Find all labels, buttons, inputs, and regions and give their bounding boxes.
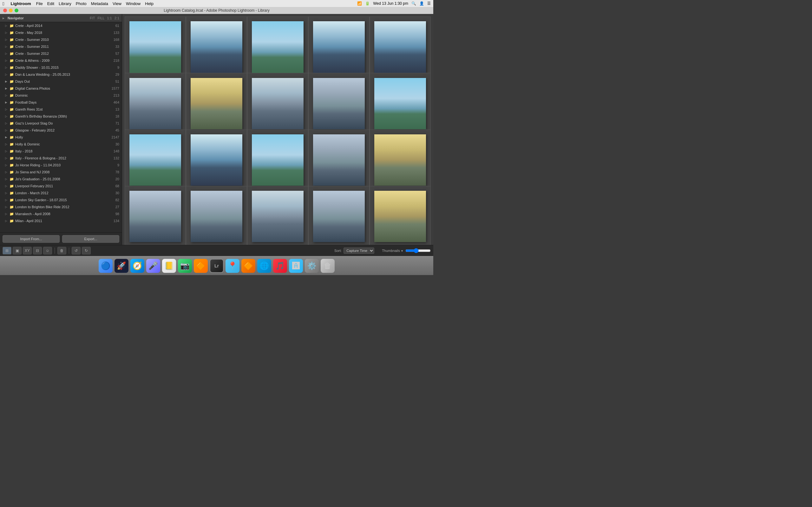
photo-cell[interactable]: 7463: [247, 130, 308, 191]
menu-view[interactable]: View: [113, 1, 121, 6]
dock-preferences[interactable]: ⚙️: [305, 259, 319, 273]
menu-help[interactable]: Help: [145, 1, 154, 6]
photo-cell[interactable]: 7464: [308, 130, 369, 191]
folder-item[interactable]: ▷ 📁 Jo Siena and NJ 2008 78: [0, 169, 122, 176]
folder-item[interactable]: ▷ 📁 London to Brighton Bike Ride 2012 27: [0, 204, 122, 210]
dock-facetime[interactable]: 📷: [178, 259, 192, 273]
folder-item[interactable]: ▷ 📁 Gaz's Liverpool Stag Do 71: [0, 120, 122, 127]
folder-item[interactable]: ▷ 📁 Crete - April 2014 61: [0, 22, 122, 29]
dock-maps[interactable]: 📍: [225, 259, 240, 273]
close-button[interactable]: [3, 9, 7, 12]
photo-cell[interactable]: 7452: [186, 16, 247, 78]
dock-safari[interactable]: 🧭: [131, 259, 144, 273]
folder-item[interactable]: ▷ 📁 Gareth Rees 31st 13: [0, 106, 122, 113]
folder-item[interactable]: ▷ 📁 Crete - Summer 2011 33: [0, 43, 122, 50]
navigator-collapse-icon[interactable]: ▶: [3, 17, 5, 19]
folder-item[interactable]: ▷ 📁 Italy - Florence & Bologna - 2012 13…: [0, 155, 122, 162]
photo-cell[interactable]: 7469: [308, 186, 369, 245]
photo-cell[interactable]: 7458: [247, 73, 308, 134]
folder-item[interactable]: ▷ 📁 Jo Horse Riding - 11.04.2010 9: [0, 162, 122, 169]
folder-item[interactable]: ▷ 📁 Crete - Summer 2012 57: [0, 50, 122, 57]
view-loupe-button[interactable]: ▣: [13, 247, 21, 255]
view-people-button[interactable]: ☺: [43, 247, 52, 255]
folder-item[interactable]: ▷ 📁 Dan & Laura Wedding - 25.05.2013 29: [0, 71, 122, 78]
zoom-fill[interactable]: FILL: [97, 16, 104, 20]
menu-edit[interactable]: Edit: [47, 1, 54, 6]
dock-siri[interactable]: 🎤: [146, 259, 160, 273]
folder-item[interactable]: ▶ 📁 Football Days 464: [0, 99, 122, 106]
menu-metadata[interactable]: Metadata: [91, 1, 108, 6]
photo-cell[interactable]: 7456: [125, 73, 186, 134]
view-grid-button[interactable]: ⊞: [3, 247, 11, 255]
dock-finder[interactable]: 🔵: [99, 259, 113, 273]
photo-cell[interactable]: 7470: [369, 186, 431, 245]
grid-icon[interactable]: ☰: [427, 1, 431, 6]
maximize-button[interactable]: [14, 9, 18, 12]
folder-item[interactable]: ▷ 📁 Milan - April 2011 134: [0, 217, 122, 224]
folder-item[interactable]: ▷ 📁 Crete - May 2018 133: [0, 29, 122, 36]
folder-item[interactable]: ▷ 📁 Jo's Graduation - 25.01.2008 20: [0, 176, 122, 182]
photo-cell[interactable]: 7453: [247, 16, 308, 78]
folder-item[interactable]: ▷ 📁 Gareth's Birthday Bonanza (30th) 18: [0, 113, 122, 120]
folder-expand-icon: ▷: [5, 24, 8, 27]
photo-cell[interactable]: 7459: [308, 73, 369, 134]
rotate-left-button[interactable]: ↺: [72, 247, 81, 255]
menu-file[interactable]: File: [36, 1, 43, 6]
folder-item[interactable]: ▷ 📁 Italy - 2018 148: [0, 148, 122, 155]
folder-item[interactable]: ▷ 📁 Marrakech - April 2008 98: [0, 210, 122, 217]
photo-thumbnail: [130, 191, 181, 242]
folder-item[interactable]: ▷ 📁 London - March 2012 30: [0, 189, 122, 196]
folder-item[interactable]: ▷ 📁 Liverpool February 2011 68: [0, 182, 122, 189]
thumbnail-size-slider[interactable]: [405, 248, 431, 253]
apple-menu[interactable]: : [3, 1, 4, 6]
photo-cell[interactable]: 7454: [308, 16, 369, 78]
photo-cell[interactable]: 7467: [186, 186, 247, 245]
folder-item[interactable]: ▶ 📁 Digital Camera Photos 1577: [0, 85, 122, 92]
photo-cell[interactable]: 7460: [369, 73, 431, 134]
photo-cell[interactable]: 7461: [125, 130, 186, 191]
folder-name: Holly & Dominic: [15, 142, 114, 146]
dock-browser[interactable]: 🌐: [257, 259, 271, 273]
zoom-1-1[interactable]: 1:1: [107, 16, 112, 20]
zoom-2-1[interactable]: 2:1: [114, 16, 119, 20]
search-icon[interactable]: 🔍: [411, 1, 416, 6]
photo-cell[interactable]: 7451: [125, 16, 186, 78]
folder-item[interactable]: ▶ 📁 Holly 2147: [0, 134, 122, 141]
view-compare-button[interactable]: XY: [23, 247, 32, 255]
delete-button[interactable]: 🗑: [57, 247, 66, 255]
export-button[interactable]: Export...: [62, 235, 119, 243]
menu-photo[interactable]: Photo: [76, 1, 87, 6]
sort-select[interactable]: Capture Time File Name Rating: [344, 247, 374, 254]
dock-shadowmatic[interactable]: 🔶: [194, 259, 208, 273]
photo-cell[interactable]: 7468: [247, 186, 308, 245]
dock-lightroom[interactable]: Lr: [210, 259, 223, 273]
folder-item[interactable]: ▷ 📁 Glasgow - February 2012 45: [0, 127, 122, 134]
rotate-right-button[interactable]: ↻: [82, 247, 91, 255]
folder-item[interactable]: ▷ 📁 Holly & Dominic 30: [0, 141, 122, 148]
dock-contacts[interactable]: 📒: [162, 259, 176, 273]
folder-item[interactable]: ▷ 📁 London Sky Garden - 18.07.2015 82: [0, 196, 122, 204]
photo-cell[interactable]: 7465: [369, 130, 431, 191]
menu-window[interactable]: Window: [126, 1, 141, 6]
photo-cell[interactable]: 7466: [125, 186, 186, 245]
photo-cell[interactable]: 7462: [186, 130, 247, 191]
zoom-fit[interactable]: FIT: [90, 16, 95, 20]
folder-item[interactable]: ▷ 📁 Crete & Athens - 2009 218: [0, 57, 122, 64]
dock-trash[interactable]: 🗑: [321, 259, 335, 273]
import-button[interactable]: Import From...: [3, 235, 60, 243]
app-name[interactable]: Lightroom: [10, 1, 31, 6]
view-survey-button[interactable]: ⊟: [33, 247, 42, 255]
dock-music[interactable]: 🎵: [273, 259, 287, 273]
photo-cell[interactable]: 7457: [186, 73, 247, 134]
folder-item[interactable]: ▷ 📁 Dominic 213: [0, 92, 122, 99]
folder-item[interactable]: ▷ 📁 Crete - Summer 2010 168: [0, 36, 122, 43]
dock-appstore[interactable]: 🅰: [289, 259, 303, 273]
dock-launchpad[interactable]: 🚀: [114, 259, 129, 273]
menu-library[interactable]: Library: [59, 1, 71, 6]
folder-item[interactable]: ▶ 📁 Days Out 51: [0, 78, 122, 85]
photo-cell[interactable]: 7455: [369, 16, 431, 78]
minimize-button[interactable]: [9, 9, 13, 12]
folder-item[interactable]: ▷ 📁 Daddy Shower - 10.01.2015 9: [0, 64, 122, 71]
user-icon[interactable]: 👤: [419, 1, 424, 6]
dock-vlc[interactable]: 🔶: [241, 259, 255, 273]
